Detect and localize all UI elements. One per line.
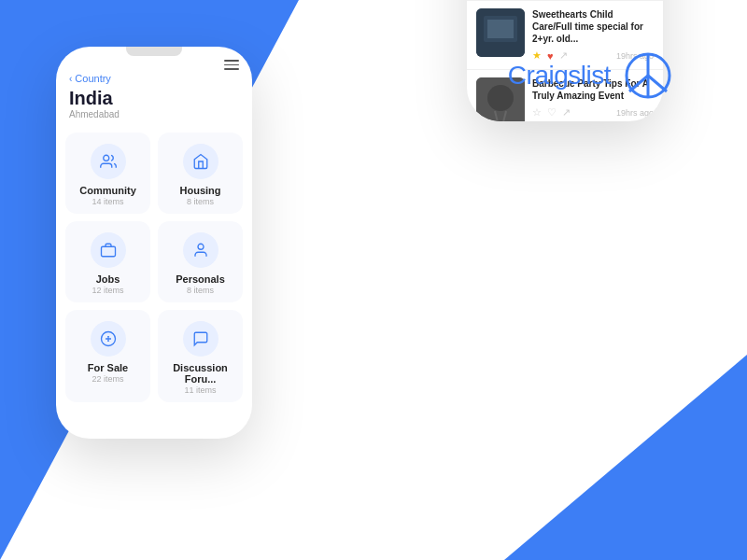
hamburger-menu-button[interactable]	[224, 60, 239, 70]
community-icon	[91, 144, 126, 179]
jobs-icon	[91, 232, 126, 268]
svg-rect-5	[101, 246, 115, 257]
hamburger-line-1	[224, 60, 239, 62]
discussion-count: 11 items	[184, 385, 216, 395]
category-card-jobs[interactable]: Jobs 12 items	[65, 221, 150, 302]
forsale-label: For Sale	[88, 362, 128, 373]
star-icon[interactable]: ☆	[532, 106, 542, 119]
hamburger-line-2	[224, 64, 239, 66]
svg-line-3	[648, 76, 667, 91]
craigslist-brand-text: Craigslist	[508, 61, 611, 91]
discussion-label: Discussion Foru...	[165, 362, 235, 385]
phone-left: ‹ Country India Ahmedabad	[56, 47, 252, 439]
listing-title: Sweethearts Child Care/Full time special…	[532, 8, 654, 45]
svg-point-6	[198, 244, 204, 249]
category-card-community[interactable]: Community 14 items	[65, 133, 150, 214]
city-title: India	[69, 88, 239, 108]
bg-triangle-bottom-right	[504, 355, 747, 560]
back-chevron-icon: ‹	[69, 74, 72, 84]
craigslist-logo: Craigslist	[508, 51, 672, 100]
category-card-personals[interactable]: Personals 8 items	[158, 221, 243, 302]
svg-line-2	[629, 76, 648, 91]
share-icon[interactable]: ↗	[562, 106, 571, 119]
listing-actions: ☆ ♡ ↗ 19hrs ago	[532, 106, 654, 119]
svg-point-4	[103, 155, 108, 161]
category-grid: Community 14 items Housing 8 items	[56, 123, 252, 412]
hamburger-line-3	[224, 68, 239, 70]
housing-icon	[183, 144, 218, 179]
back-nav-country[interactable]: ‹ Country	[69, 73, 239, 84]
forsale-icon	[91, 321, 126, 357]
jobs-label: Jobs	[96, 273, 120, 285]
svg-rect-24	[487, 20, 514, 38]
forsale-count: 22 items	[92, 374, 123, 384]
peace-icon	[624, 51, 672, 100]
phones-container: ‹ Country India Ahmedabad	[56, 9, 467, 513]
category-card-housing[interactable]: Housing 8 items	[158, 133, 243, 214]
community-count: 14 items	[92, 197, 123, 206]
discussion-icon	[183, 321, 218, 357]
left-phone-header: ‹ Country India Ahmedabad	[56, 63, 252, 123]
category-card-forsale[interactable]: For Sale 22 items	[65, 310, 150, 402]
housing-label: Housing	[180, 185, 221, 196]
listing-time: 19hrs ago	[616, 108, 654, 118]
region-subtitle: Ahmedabad	[69, 109, 239, 119]
personals-label: Personals	[176, 273, 225, 285]
back-label-country: Country	[75, 73, 111, 84]
phone-notch-left	[126, 47, 182, 56]
jobs-count: 12 items	[92, 286, 123, 295]
personals-icon	[183, 232, 218, 268]
category-card-discussion[interactable]: Discussion Foru... 11 items	[158, 310, 243, 402]
heart-icon[interactable]: ♡	[547, 106, 557, 119]
personals-count: 8 items	[187, 286, 214, 295]
housing-count: 8 items	[187, 197, 214, 206]
community-label: Community	[79, 185, 136, 196]
listing-thumbnail	[476, 8, 525, 57]
